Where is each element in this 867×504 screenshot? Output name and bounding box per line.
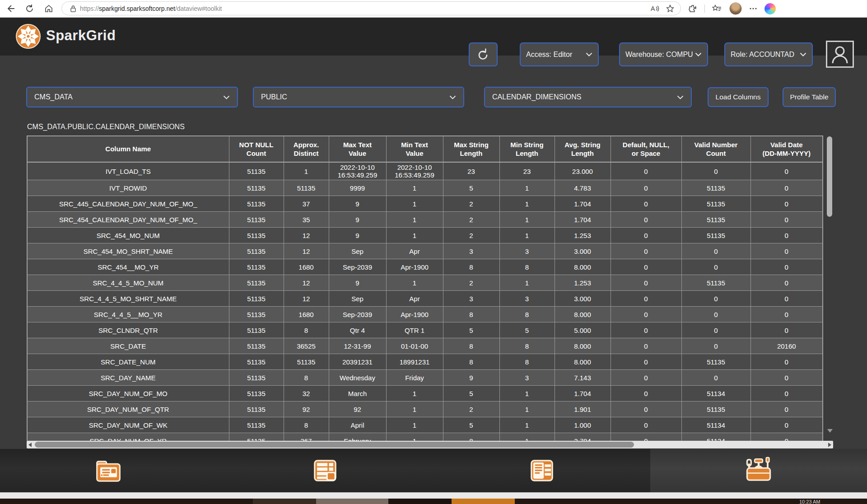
role-dropdown-label: Role: ACCOUNTAD bbox=[731, 51, 794, 59]
refresh-button[interactable] bbox=[469, 42, 498, 66]
taskbar-app-segment[interactable] bbox=[253, 499, 316, 504]
column-header: Valid Date (DD-MM-YYYY) bbox=[750, 136, 823, 162]
profile-table-body: IVT_LOAD_TS5113512022-10-10 16:53:49.259… bbox=[27, 162, 823, 441]
taskbar-app-segment[interactable] bbox=[452, 499, 515, 504]
horizontal-scrollbar-thumb[interactable] bbox=[35, 442, 634, 448]
value-cell: 8 bbox=[443, 354, 499, 370]
more-menu-icon[interactable] bbox=[749, 7, 757, 10]
vertical-scrollbar-thumb[interactable] bbox=[827, 136, 832, 217]
app-header: SparkGrid Access: Editor Warehouse: COMP… bbox=[0, 18, 867, 56]
vertical-scrollbar[interactable] bbox=[826, 135, 833, 441]
value-cell: 0 bbox=[750, 162, 823, 180]
bookmark-star-icon[interactable] bbox=[666, 5, 674, 13]
value-cell: 8.000 bbox=[555, 354, 611, 370]
database-select[interactable]: CMS_DATA bbox=[26, 87, 238, 107]
home-icon[interactable] bbox=[42, 2, 56, 15]
nav-item-toolkit[interactable] bbox=[650, 449, 867, 492]
value-cell: 23 bbox=[443, 162, 499, 180]
value-cell: 3.000 bbox=[555, 243, 611, 259]
column-name-cell: SRC_DATE bbox=[27, 338, 229, 354]
value-cell: 32 bbox=[284, 386, 329, 401]
value-cell: 51135 bbox=[229, 386, 284, 401]
access-dropdown[interactable]: Access: Editor bbox=[520, 42, 599, 66]
app-title: SparkGrid bbox=[46, 28, 116, 44]
browser-profile-avatar[interactable] bbox=[729, 2, 742, 15]
warehouse-dropdown-label: Warehouse: COMPU bbox=[625, 51, 693, 59]
value-cell: 0 bbox=[611, 228, 681, 243]
lock-icon[interactable] bbox=[70, 5, 76, 12]
table-select-value: CALENDAR_DIMENSIONS bbox=[492, 93, 581, 101]
value-cell: 3.000 bbox=[555, 291, 611, 307]
taskbar-app-segment[interactable] bbox=[316, 499, 388, 504]
database-select-value: CMS_DATA bbox=[34, 93, 73, 101]
profile-table-container: Column NameNOT NULL CountApprox. Distinc… bbox=[27, 135, 823, 441]
chevron-down-icon bbox=[586, 52, 592, 56]
value-cell: 8 bbox=[443, 259, 499, 275]
table-row: SRC_DAY_NUM_OF_WK511358April1511.0000511… bbox=[27, 417, 823, 433]
scroll-left-arrow-icon[interactable] bbox=[28, 443, 32, 447]
value-cell: 0 bbox=[681, 162, 750, 180]
value-cell: 51135 bbox=[229, 228, 284, 243]
profile-table-button[interactable]: Profile Table bbox=[783, 87, 836, 107]
value-cell: 1.704 bbox=[555, 386, 611, 401]
column-name-cell: IVT_LOAD_TS bbox=[27, 162, 229, 180]
table-select[interactable]: CALENDAR_DIMENSIONS bbox=[484, 87, 692, 107]
column-header: Avg. String Length bbox=[555, 136, 611, 162]
value-cell: 12 bbox=[284, 228, 329, 243]
column-header: Min Text Value bbox=[386, 136, 443, 162]
value-cell: 1 bbox=[499, 433, 555, 441]
value-cell: 51135 bbox=[229, 401, 284, 417]
address-bar[interactable]: https://sparkgrid.sparksoftcorp.net/data… bbox=[61, 1, 681, 15]
value-cell: Sep bbox=[329, 243, 386, 259]
value-cell: 0 bbox=[750, 386, 823, 401]
extensions-icon[interactable] bbox=[688, 4, 697, 13]
value-cell: 51135 bbox=[229, 354, 284, 370]
role-dropdown[interactable]: Role: ACCOUNTAD bbox=[724, 42, 813, 66]
value-cell: 5 bbox=[499, 322, 555, 338]
chevron-down-icon bbox=[695, 52, 702, 56]
user-profile-button[interactable] bbox=[826, 41, 854, 68]
warehouse-dropdown[interactable]: Warehouse: COMPU bbox=[619, 42, 708, 66]
value-cell: 0 bbox=[750, 196, 823, 212]
value-cell: 51135 bbox=[681, 228, 750, 243]
nav-item-catalog[interactable] bbox=[0, 449, 217, 492]
table-row: SRC_4_4_5_MO_NUM511351291211.2530511350 bbox=[27, 275, 823, 291]
value-cell: 5 bbox=[443, 386, 499, 401]
back-icon[interactable] bbox=[4, 2, 18, 15]
scroll-down-arrow-icon[interactable] bbox=[827, 429, 833, 433]
value-cell: 0 bbox=[681, 338, 750, 354]
value-cell: 0 bbox=[750, 180, 823, 196]
table-row: SRC_445_CALENDAR_DAY_NUM_OF_MO_511353791… bbox=[27, 196, 823, 212]
table-row: SRC_454_MO_NUM511351291211.2530511350 bbox=[27, 228, 823, 243]
column-header: Default, NULL, or Space bbox=[611, 136, 681, 162]
column-name-cell: SRC_4_4_5__MO_YR bbox=[27, 307, 229, 322]
read-aloud-icon[interactable]: A bbox=[650, 5, 660, 13]
horizontal-scrollbar[interactable] bbox=[27, 441, 833, 448]
value-cell: 0 bbox=[611, 354, 681, 370]
value-cell: 20160 bbox=[750, 338, 823, 354]
value-cell: 1 bbox=[499, 401, 555, 417]
value-cell: 0 bbox=[681, 322, 750, 338]
copilot-icon[interactable] bbox=[764, 3, 776, 14]
url-text[interactable]: https://sparkgrid.sparksoftcorp.net/data… bbox=[80, 5, 222, 12]
refresh-page-icon[interactable] bbox=[23, 2, 37, 15]
value-cell: 51135 bbox=[681, 212, 750, 228]
schema-select[interactable]: PUBLIC bbox=[253, 87, 464, 107]
taskbar-app-segment[interactable] bbox=[388, 499, 452, 504]
nav-item-report[interactable] bbox=[434, 449, 650, 492]
value-cell: 51135 bbox=[229, 433, 284, 441]
favorites-bar-icon[interactable] bbox=[712, 5, 722, 13]
nav-item-dataview[interactable] bbox=[217, 449, 434, 492]
browser-right-icons bbox=[688, 2, 776, 15]
value-cell: 12-31-99 bbox=[329, 338, 386, 354]
value-cell: 1 bbox=[386, 212, 443, 228]
value-cell: 18991231 bbox=[386, 354, 443, 370]
load-columns-button[interactable]: Load Columns bbox=[708, 87, 769, 107]
value-cell: Apr-1900 bbox=[386, 259, 443, 275]
value-cell: 3 bbox=[443, 291, 499, 307]
value-cell: 0 bbox=[750, 228, 823, 243]
chevron-down-icon bbox=[677, 95, 684, 99]
value-cell: 1 bbox=[499, 417, 555, 433]
value-cell: Apr bbox=[386, 291, 443, 307]
scroll-right-arrow-icon[interactable] bbox=[828, 443, 831, 447]
